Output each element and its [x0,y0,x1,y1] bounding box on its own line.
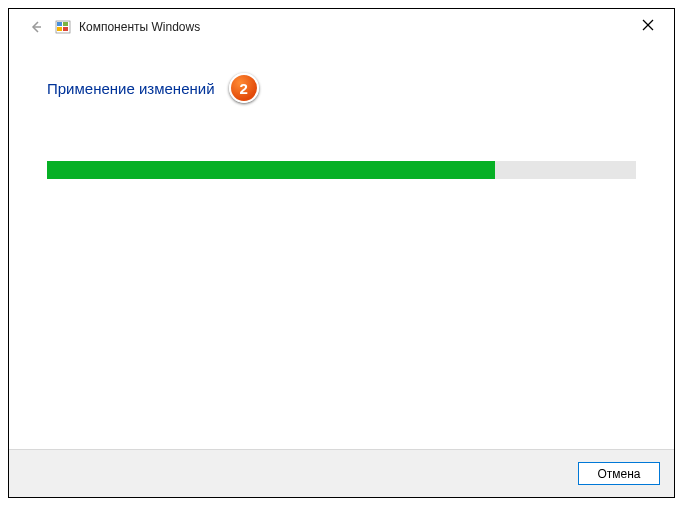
dialog-footer: Отмена [9,449,674,497]
progress-fill [47,161,495,179]
svg-rect-3 [63,22,68,26]
close-icon [642,19,654,31]
content-area: Применение изменений 2 [9,45,674,449]
windows-features-icon [55,19,71,35]
window-title: Компоненты Windows [79,20,200,34]
svg-rect-2 [57,22,62,26]
close-button[interactable] [628,11,668,39]
progress-bar [47,161,636,179]
annotation-callout: 2 [229,73,259,103]
svg-rect-4 [57,27,62,31]
heading-row: Применение изменений 2 [47,73,636,103]
cancel-button[interactable]: Отмена [578,462,660,485]
svg-rect-5 [63,27,68,31]
back-arrow-icon[interactable] [27,18,45,36]
page-heading: Применение изменений [47,80,215,97]
titlebar: Компоненты Windows [9,9,674,45]
dialog-window: Компоненты Windows Применение изменений … [8,8,675,498]
